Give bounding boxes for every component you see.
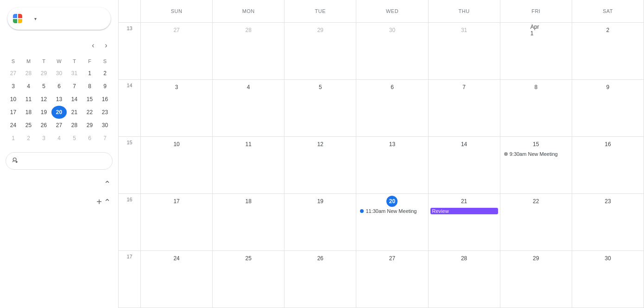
mini-calendar: ‹ › SMTWTFS 2728293031123456789101112131… [0, 37, 118, 145]
my-calendars-header[interactable]: ⌃ [6, 175, 113, 193]
mini-cal-day[interactable]: 18 [21, 106, 36, 119]
mini-cal-day[interactable]: 22 [82, 106, 97, 119]
mini-cal-day[interactable]: 26 [36, 119, 51, 132]
calendar-day-cell[interactable]: 16 [572, 137, 644, 193]
mini-cal-day[interactable]: 14 [67, 93, 82, 106]
calendar-day-cell[interactable]: 31 [429, 23, 500, 79]
other-calendars-add-icon[interactable]: + [96, 197, 102, 207]
mini-cal-day[interactable]: 7 [67, 80, 82, 93]
calendar-day-cell[interactable]: 28 [429, 251, 500, 308]
event-pill[interactable]: 9:30am New Meeting [502, 151, 570, 157]
mini-cal-day[interactable]: 3 [6, 80, 21, 93]
calendar-day-cell[interactable]: 23 [572, 194, 644, 250]
calendar-day-cell[interactable]: 17 [141, 194, 213, 250]
mini-cal-day[interactable]: 27 [51, 119, 67, 132]
calendar-day-cell[interactable]: 18 [213, 194, 284, 250]
mini-cal-day[interactable]: 20 [51, 106, 67, 119]
mini-cal-day[interactable]: 29 [36, 67, 51, 80]
week-num-header [119, 0, 141, 22]
day-number: 6 [386, 82, 398, 93]
calendar-day-cell[interactable]: 11 [213, 137, 284, 193]
day-number: 23 [602, 196, 613, 207]
mini-cal-day[interactable]: 3 [36, 132, 51, 145]
calendar-day-cell[interactable]: 28 [213, 23, 284, 79]
mini-cal-day[interactable]: 19 [36, 106, 51, 119]
calendar-day-header: THU [429, 0, 500, 22]
mini-cal-day[interactable]: 4 [21, 80, 36, 93]
week-number-cell: 14 [119, 80, 141, 136]
calendar-day-cell[interactable]: 6 [356, 80, 428, 136]
calendar-day-cell[interactable]: 21Review [429, 194, 500, 250]
mini-cal-day[interactable]: 29 [82, 119, 97, 132]
calendar-day-cell[interactable]: 159:30am New Meeting [500, 137, 572, 193]
calendar-header-row: SUNMONTUEWEDTHUFRISAT [119, 0, 644, 23]
calendar-day-cell[interactable]: 13 [356, 137, 428, 193]
mini-calendar-prev-button[interactable]: ‹ [87, 39, 100, 52]
calendar-day-cell[interactable]: 30 [356, 23, 428, 79]
calendar-day-cell[interactable]: 30 [572, 251, 644, 308]
mini-cal-day[interactable]: 13 [51, 93, 67, 106]
mini-cal-day[interactable]: 15 [82, 93, 97, 106]
mini-cal-day[interactable]: 30 [51, 67, 67, 80]
mini-cal-day[interactable]: 27 [6, 67, 21, 80]
mini-cal-day[interactable]: 5 [36, 80, 51, 93]
calendar-day-cell[interactable]: 26 [284, 251, 356, 308]
search-people-input[interactable] [6, 152, 113, 170]
other-calendars-header[interactable]: + ⌃ [6, 193, 113, 211]
calendar-day-cell[interactable]: 25 [213, 251, 284, 308]
mini-cal-day[interactable]: 2 [97, 67, 113, 80]
mini-cal-day[interactable]: 7 [97, 132, 113, 145]
mini-cal-day[interactable]: 6 [82, 132, 97, 145]
calendar-day-cell[interactable]: Apr 1 [500, 23, 572, 79]
day-number: 25 [243, 253, 254, 264]
create-button[interactable]: ▾ [7, 7, 111, 30]
mini-cal-day[interactable]: 30 [97, 119, 113, 132]
mini-cal-day[interactable]: 16 [97, 93, 113, 106]
calendar-day-cell[interactable]: 2011:30am New Meeting [356, 194, 428, 250]
calendar-day-cell[interactable]: 5 [284, 80, 356, 136]
event-pill[interactable]: 11:30am New Meeting [358, 208, 426, 214]
mini-cal-day[interactable]: 28 [67, 119, 82, 132]
mini-cal-day[interactable]: 23 [97, 106, 113, 119]
mini-cal-day[interactable]: 6 [51, 80, 67, 93]
calendar-day-cell[interactable]: 10 [141, 137, 213, 193]
calendar-day-cell[interactable]: 19 [284, 194, 356, 250]
mini-cal-day[interactable]: 2 [21, 132, 36, 145]
calendar-day-cell[interactable]: 3 [141, 80, 213, 136]
mini-cal-day[interactable]: 24 [6, 119, 21, 132]
calendar-day-cell[interactable]: 9 [572, 80, 644, 136]
calendar-day-header: WED [356, 0, 428, 22]
mini-cal-day[interactable]: 28 [21, 67, 36, 80]
calendar-day-cell[interactable]: 29 [284, 23, 356, 79]
mini-cal-day[interactable]: 12 [36, 93, 51, 106]
week-number-cell: 16 [119, 194, 141, 250]
calendar-day-cell[interactable]: 29 [500, 251, 572, 308]
mini-cal-day[interactable]: 11 [21, 93, 36, 106]
event-pill[interactable]: Review [430, 208, 498, 214]
mini-cal-day[interactable]: 4 [51, 132, 67, 145]
calendar-day-cell[interactable]: 8 [500, 80, 572, 136]
mini-cal-day[interactable]: 31 [67, 67, 82, 80]
mini-cal-day[interactable]: 5 [67, 132, 82, 145]
calendar-day-cell[interactable]: 4 [213, 80, 284, 136]
calendar-day-cell[interactable]: 7 [429, 80, 500, 136]
calendar-day-cell[interactable]: 24 [141, 251, 213, 308]
mini-cal-day[interactable]: 25 [21, 119, 36, 132]
mini-cal-day-header: W [51, 56, 67, 67]
mini-cal-day[interactable]: 8 [82, 80, 97, 93]
mini-cal-day[interactable]: 1 [82, 67, 97, 80]
mini-cal-day[interactable]: 10 [6, 93, 21, 106]
mini-cal-day[interactable]: 17 [6, 106, 21, 119]
mini-cal-day[interactable]: 21 [67, 106, 82, 119]
calendar-day-cell[interactable]: 22 [500, 194, 572, 250]
calendar-day-cell[interactable]: 14 [429, 137, 500, 193]
calendar-day-cell[interactable]: 2 [572, 23, 644, 79]
mini-cal-day[interactable]: 9 [97, 80, 113, 93]
day-number: 15 [530, 139, 542, 150]
mini-calendar-next-button[interactable]: › [100, 39, 113, 52]
mini-cal-day[interactable]: 1 [6, 132, 21, 145]
calendar-day-cell[interactable]: 12 [284, 137, 356, 193]
mini-calendar-grid: SMTWTFS 27282930311234567891011121314151… [6, 56, 113, 145]
calendar-day-cell[interactable]: 27 [356, 251, 428, 308]
calendar-day-cell[interactable]: 27 [141, 23, 213, 79]
